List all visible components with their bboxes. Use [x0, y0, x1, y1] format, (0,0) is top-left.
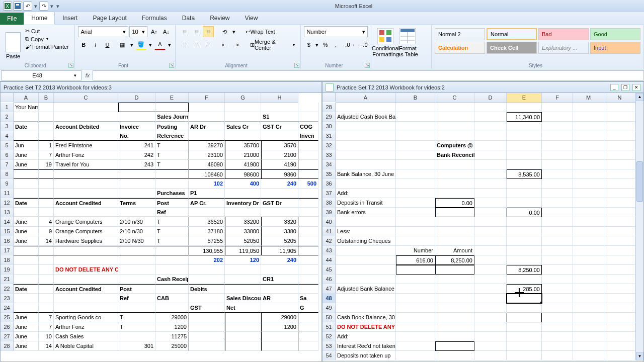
style-input[interactable]: Input — [590, 42, 640, 54]
cell[interactable] — [225, 131, 261, 141]
row-header[interactable]: 45 — [323, 265, 336, 275]
cell[interactable]: S1 — [261, 112, 298, 122]
cell[interactable]: Arthur Fonz — [54, 150, 118, 160]
cell[interactable] — [474, 227, 507, 236]
row-header[interactable]: 2 — [1, 112, 14, 122]
cell[interactable] — [435, 122, 474, 131]
cell[interactable]: 242 — [118, 150, 155, 160]
cell[interactable] — [474, 351, 507, 360]
cell[interactable] — [189, 208, 225, 217]
cell[interactable]: 29000 — [261, 313, 298, 322]
cell[interactable] — [189, 332, 225, 341]
cell[interactable] — [155, 265, 189, 275]
cell[interactable] — [474, 169, 507, 179]
col-header[interactable]: D — [474, 93, 507, 102]
cell[interactable]: 616.00 — [396, 255, 435, 265]
cell[interactable] — [573, 122, 604, 131]
cell[interactable] — [507, 313, 542, 322]
cell[interactable]: 8,535.00 — [507, 169, 542, 179]
cell[interactable]: 2100 — [261, 150, 298, 160]
cell[interactable] — [336, 103, 396, 112]
cell[interactable] — [336, 141, 396, 150]
cell[interactable]: June — [14, 217, 39, 227]
cell[interactable] — [396, 341, 435, 351]
cell[interactable]: 1200 — [261, 322, 298, 332]
cell[interactable] — [118, 169, 155, 179]
cell[interactable] — [39, 103, 54, 112]
cell[interactable] — [474, 179, 507, 189]
cell[interactable]: 9 — [39, 227, 54, 236]
col-header[interactable]: C — [435, 93, 474, 102]
row-header[interactable]: 21 — [1, 275, 14, 284]
row-header[interactable]: 25 — [1, 313, 14, 322]
cell[interactable] — [474, 208, 507, 217]
select-all-corner[interactable] — [323, 93, 336, 102]
cell[interactable] — [573, 236, 604, 246]
cell[interactable]: Sales Discounts — [225, 294, 261, 303]
cell[interactable] — [118, 103, 155, 112]
row-header[interactable]: 3 — [1, 122, 14, 131]
number-expander-icon[interactable]: ↘ — [365, 63, 370, 68]
cell[interactable] — [542, 189, 573, 198]
col-header[interactable]: M — [573, 93, 604, 102]
cell[interactable]: Deposits not taken up — [336, 351, 396, 360]
cell[interactable] — [435, 313, 474, 322]
cell[interactable] — [39, 169, 54, 179]
cell[interactable]: Less: — [336, 227, 396, 236]
cell[interactable] — [507, 122, 542, 131]
cell[interactable]: Date — [14, 122, 39, 131]
bold-button[interactable]: B — [78, 39, 89, 50]
cell[interactable] — [435, 236, 474, 246]
col-header[interactable]: E — [507, 93, 542, 102]
cell[interactable] — [542, 246, 573, 255]
cell[interactable]: No. — [118, 131, 155, 141]
cell[interactable] — [39, 284, 54, 294]
underline-button[interactable]: U — [102, 39, 113, 50]
cell[interactable] — [573, 179, 604, 189]
merge-center-button[interactable]: ⊞ Merge & Center ▾ — [248, 39, 297, 50]
fill-color-button[interactable]: 🪣 — [136, 39, 147, 50]
cell[interactable] — [155, 255, 189, 265]
cell[interactable] — [396, 141, 435, 150]
cell[interactable] — [39, 122, 54, 131]
cell[interactable] — [14, 303, 39, 313]
cell[interactable]: 52050 — [225, 236, 261, 246]
cell[interactable] — [39, 208, 54, 217]
cell[interactable] — [396, 236, 435, 246]
row-header[interactable]: 5 — [1, 141, 14, 150]
cell[interactable] — [573, 217, 604, 227]
cell[interactable] — [14, 112, 39, 122]
cell[interactable]: Net — [225, 303, 261, 313]
cell[interactable] — [225, 208, 261, 217]
cell[interactable] — [573, 227, 604, 236]
undo-icon[interactable]: ↶ — [23, 2, 32, 11]
italic-button[interactable]: I — [90, 39, 101, 50]
cell[interactable] — [507, 322, 542, 332]
font-color-button[interactable]: A — [154, 39, 166, 50]
cell[interactable] — [39, 246, 54, 255]
cell[interactable] — [542, 313, 573, 322]
cell[interactable] — [474, 189, 507, 198]
cell[interactable]: 11275 — [155, 332, 189, 341]
style-normal[interactable]: Normal — [487, 28, 537, 40]
cell[interactable]: Invoice — [118, 122, 155, 131]
cell[interactable] — [225, 313, 261, 322]
cell[interactable]: 11,340.00 — [507, 112, 542, 122]
cell[interactable] — [542, 341, 573, 351]
cell[interactable] — [573, 150, 604, 160]
row-header[interactable]: 32 — [323, 141, 336, 150]
cell[interactable] — [54, 169, 118, 179]
name-box-input[interactable] — [2, 72, 73, 78]
cell[interactable] — [507, 103, 542, 112]
cell[interactable] — [14, 294, 39, 303]
cell[interactable]: Account Credited — [54, 284, 118, 294]
cell[interactable] — [396, 294, 435, 303]
cell[interactable]: 2/10 n/30 — [118, 227, 155, 236]
cell[interactable] — [298, 208, 318, 217]
save-icon[interactable] — [13, 2, 22, 11]
cell[interactable] — [604, 313, 635, 322]
cell[interactable] — [14, 265, 39, 275]
cell[interactable]: Travel for You — [54, 160, 118, 169]
cell[interactable] — [298, 103, 318, 112]
cell[interactable] — [542, 255, 573, 265]
